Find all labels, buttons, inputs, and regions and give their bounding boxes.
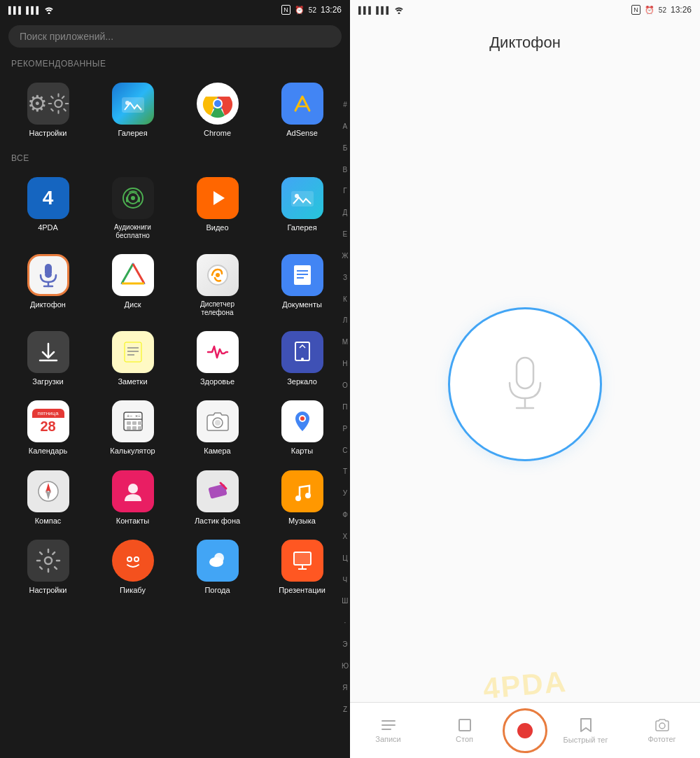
app-camera[interactable]: Камера [175,393,260,463]
app-settings2[interactable]: Настройки [6,533,90,602]
app-maps[interactable]: Карты [260,393,344,463]
settings2-icon [27,540,69,582]
svg-point-1 [55,100,62,107]
app-disk[interactable]: Диск [90,247,175,324]
app-gallery-recommended[interactable]: Галерея [90,76,175,145]
camera-icon [197,400,239,442]
presentations-label: Презентации [279,586,326,595]
all-apps-grid: 4 4PDA Аудиокниги бесплатно [0,167,350,605]
svg-rect-61 [294,552,311,565]
nav-quick-tag[interactable]: Быстрый тег [547,717,624,744]
svg-point-15 [295,194,299,198]
signal-right-1: ▌▌▌ [358,6,373,14]
dispatch-icon [197,254,239,296]
svg-point-20 [216,273,220,277]
adsense-icon [281,83,323,125]
recommended-apps-grid: Настройки Галерея [0,73,350,148]
svg-point-57 [135,558,138,561]
audiobooks-label: Аудиокниги бесплатно [114,223,151,240]
gallery2-icon [281,177,323,219]
dispatch-label: Диспетчер телефона [200,300,234,317]
contacts-icon [112,470,154,512]
signal-icons: ▌▌▌ ▌▌▌ [8,6,54,14]
app-gallery2[interactable]: Галерея [260,170,344,247]
alarm-right: ⏰ [645,6,654,15]
downloads-icon [27,331,69,373]
app-mirror[interactable]: Зеркало [260,324,344,393]
app-eraser[interactable]: Ластик фона [175,463,260,533]
svg-rect-16 [45,264,52,278]
nfc-icon: N [281,5,290,15]
app-video[interactable]: Видео [175,170,260,247]
app-calculator[interactable]: +− ×÷ Калькулятор [90,393,175,463]
record-button[interactable] [503,708,547,753]
svg-rect-39 [127,426,131,430]
compass-icon [27,470,69,512]
app-presentations[interactable]: Презентации [260,533,344,602]
app-contacts[interactable]: Контакты [90,463,175,533]
chrome-icon [197,83,239,125]
app-downloads[interactable]: Загрузки [6,324,90,393]
svg-rect-12 [138,197,140,202]
quick-tag-icon [580,717,592,733]
adsense-label: AdSense [286,129,318,138]
battery-icon: 52 [309,6,316,14]
video-label: Видео [206,223,228,232]
svg-point-56 [128,558,131,561]
stop-icon [458,718,472,732]
app-search-bar[interactable]: Поиск приложений... [8,25,342,48]
svg-point-53 [45,557,52,564]
bottom-navigation: Записи Стоп Быстрый тег [350,702,700,758]
svg-point-59 [209,557,223,567]
nav-recordings[interactable]: Записи [350,718,426,743]
app-chrome[interactable]: Chrome [175,76,260,145]
nav-photo-tag[interactable]: Фототег [624,718,700,743]
recordings-icon [381,718,396,732]
pikabu-label: Пикабу [120,586,146,595]
app-adsense[interactable]: AdSense [260,76,344,145]
all-apps-container: 4 4PDA Аудиокниги бесплатно [0,167,350,758]
time-right: 13:26 [671,5,692,15]
svg-rect-37 [132,421,136,425]
notes-label: Заметки [118,377,147,386]
mirror-label: Зеркало [287,377,317,386]
app-weather[interactable]: Погода [175,533,260,602]
mirror-icon [281,331,323,373]
record-dot [517,723,533,738]
app-calendar[interactable]: пятница 28 Календарь [6,393,90,463]
svg-rect-40 [132,426,136,430]
app-dictofon[interactable]: Диктофон [6,247,90,324]
dictofon-panel: ▌▌▌ ▌▌▌ N ⏰ 52 13:26 Диктофон [350,0,700,758]
app-audiobooks[interactable]: Аудиокниги бесплатно [90,170,175,247]
svg-point-72 [659,723,665,729]
alpha-index: # А Б В Г Д Е Ж З К Л М Н О П Р С Т У Ф … [342,98,349,716]
svg-text:×÷: ×÷ [135,414,141,419]
stop-label: Стоп [456,735,473,743]
notes-icon [112,331,154,373]
settings-label: Настройки [29,129,67,138]
svg-point-43 [215,420,220,426]
app-docs[interactable]: Документы [260,247,344,324]
gallery-label: Галерея [118,129,147,138]
app-settings-recommended[interactable]: Настройки [6,76,90,145]
music-label: Музыка [288,517,316,526]
contacts-label: Контакты [116,517,150,526]
app-4pda[interactable]: 4 4PDA [6,170,90,247]
video-icon [197,177,239,219]
nav-record[interactable] [503,708,547,753]
music-icon [281,470,323,512]
maps-icon [281,400,323,442]
app-dispatch[interactable]: Диспетчер телефона [175,247,260,324]
app-health[interactable]: Здоровье [175,324,260,393]
nav-stop[interactable]: Стоп [426,718,503,743]
mic-circle[interactable] [448,307,602,461]
4pda-label: 4PDA [38,223,58,232]
search-placeholder: Поиск приложений... [20,31,113,42]
app-notes[interactable]: Заметки [90,324,175,393]
svg-point-49 [128,484,138,493]
photo-tag-icon [654,718,670,732]
nfc-right: N [631,5,640,15]
app-pikabu[interactable]: Пикабу [90,533,175,602]
app-compass[interactable]: Компас [6,463,90,533]
app-music[interactable]: Музыка [260,463,344,533]
